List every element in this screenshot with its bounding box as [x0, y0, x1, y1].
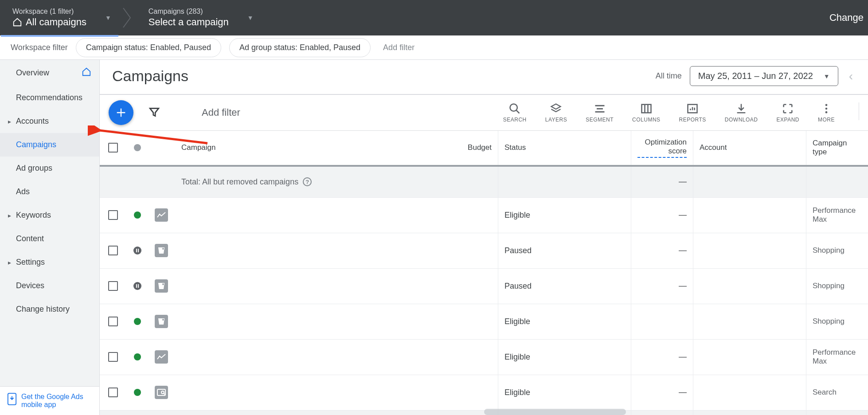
sidebar-item-overview[interactable]: Overview — [0, 60, 99, 86]
sidebar-item-recommendations[interactable]: Recommendations — [0, 86, 99, 110]
add-filter-link[interactable]: Add filter — [379, 43, 414, 52]
sidebar-label: Content — [16, 234, 44, 243]
breadcrumb-separator-icon — [117, 8, 136, 27]
row-checkbox[interactable] — [108, 281, 118, 291]
filter-button[interactable] — [145, 103, 164, 123]
budget-cell — [365, 386, 498, 399]
table-row[interactable]: EligibleShopping — [100, 304, 868, 340]
campaign-name-cell[interactable] — [175, 386, 365, 399]
table-row[interactable]: Eligible—Performance Max — [100, 340, 868, 375]
sidebar-label: Settings — [16, 258, 45, 267]
row-checkbox[interactable] — [108, 210, 118, 220]
status-dot-icon[interactable] — [133, 282, 141, 290]
col-header-campaign[interactable]: Campaign — [175, 131, 365, 165]
sidebar-item-devices[interactable]: Devices — [0, 274, 99, 298]
status-dot-icon[interactable] — [134, 318, 141, 325]
expand-icon — [782, 102, 794, 115]
toolbar-divider — [859, 102, 859, 120]
filter-bar-label: Workspace filter — [11, 43, 68, 52]
status-dot-icon[interactable] — [133, 247, 141, 254]
add-campaign-button[interactable] — [109, 100, 133, 125]
add-filter-button[interactable]: Add filter — [202, 107, 240, 118]
sidebar-label: Ad groups — [16, 164, 52, 173]
sidebar-item-adgroups[interactable]: Ad groups — [0, 157, 99, 180]
search-button[interactable]: SEARCH — [503, 102, 527, 123]
row-checkbox[interactable] — [108, 246, 118, 255]
filter-chip-adgroup-status[interactable]: Ad group status: Enabled, Paused — [229, 38, 371, 57]
chevron-right-icon: ▸ — [8, 259, 12, 266]
row-checkbox[interactable] — [108, 317, 118, 326]
horizontal-scrollbar[interactable] — [484, 409, 626, 415]
status-cell: Eligible — [498, 198, 631, 233]
sidebar-item-settings[interactable]: ▸Settings — [0, 251, 99, 274]
account-cell — [693, 233, 806, 268]
campaign-name-cell[interactable] — [175, 280, 365, 292]
workspace-label: Workspace (1 filter) — [12, 8, 86, 16]
status-dot-icon[interactable] — [134, 353, 141, 360]
table-row[interactable]: Paused—Shopping — [100, 269, 868, 304]
sidebar-label: Change history — [16, 305, 70, 314]
info-icon[interactable]: ? — [303, 177, 312, 186]
workspace-filter-bar: Workspace filter Campaign status: Enable… — [0, 35, 868, 60]
campaign-name-cell[interactable] — [175, 351, 365, 363]
campaign-dropdown-icon[interactable]: ▼ — [241, 14, 260, 21]
date-range-picker[interactable]: May 25, 2011 – Jun 27, 2022 ▼ — [690, 66, 838, 86]
col-header-optimization[interactable]: Optimization score — [631, 131, 693, 165]
change-link[interactable]: Change — [829, 0, 868, 35]
sidebar-item-accounts[interactable]: ▸Accounts — [0, 110, 99, 133]
sidebar-item-change-history[interactable]: Change history — [0, 298, 99, 321]
table-row[interactable]: Paused—Shopping — [100, 233, 868, 269]
sidebar-label: Ads — [16, 187, 30, 196]
more-button[interactable]: MORE — [818, 102, 835, 123]
svg-rect-2 — [595, 105, 604, 106]
sidebar-item-keywords[interactable]: ▸Keywords — [0, 204, 99, 227]
col-header-budget[interactable]: Budget — [365, 131, 498, 165]
home-icon — [82, 67, 91, 79]
sidebar-item-content[interactable]: Content — [0, 227, 99, 251]
status-dot-header-icon[interactable] — [134, 144, 141, 151]
campaign-breadcrumb[interactable]: Campaigns (283) Select a campaign — [136, 8, 241, 28]
workspace-breadcrumb[interactable]: Workspace (1 filter) All campaigns — [0, 8, 99, 28]
budget-cell — [365, 351, 498, 363]
status-dot-icon[interactable] — [134, 389, 141, 396]
campaign-name-cell[interactable] — [175, 244, 365, 257]
total-row-label: Total: All but removed campaigns — [181, 177, 298, 187]
reports-button[interactable]: REPORTS — [679, 102, 706, 123]
campaign-name-cell[interactable] — [175, 315, 365, 328]
plus-icon — [115, 106, 127, 119]
segment-icon — [594, 102, 606, 115]
table-row[interactable]: Eligible—Performance Max — [100, 198, 868, 233]
status-dot-icon[interactable] — [134, 211, 141, 219]
sidebar-label: Recommendations — [16, 93, 82, 102]
row-checkbox[interactable] — [108, 352, 118, 362]
budget-cell — [365, 209, 498, 221]
layers-button[interactable]: LAYERS — [545, 102, 567, 123]
sidebar-item-ads[interactable]: Ads — [0, 180, 99, 204]
sidebar-item-campaigns[interactable]: Campaigns — [0, 133, 99, 157]
date-prev-icon[interactable]: ‹ — [846, 69, 856, 83]
status-cell: Paused — [498, 269, 631, 304]
row-checkbox[interactable] — [108, 388, 118, 397]
optimization-cell: — — [631, 269, 693, 304]
col-header-campaign-type[interactable]: Campaign type — [806, 131, 868, 165]
sidebar-label: Campaigns — [16, 140, 56, 149]
campaign-type-icon — [155, 350, 168, 364]
filter-chip-campaign-status[interactable]: Campaign status: Enabled, Paused — [76, 38, 221, 57]
sidebar-footer-mobile-app[interactable]: Get the Google Ads mobile app — [0, 386, 99, 415]
campaigns-count-label: Campaigns (283) — [149, 8, 229, 16]
col-header-status[interactable]: Status — [498, 131, 631, 165]
budget-cell — [365, 315, 498, 328]
workspace-dropdown-icon[interactable]: ▼ — [99, 14, 117, 21]
campaign-name-cell[interactable] — [175, 209, 365, 221]
date-preset-label: All time — [656, 71, 682, 81]
col-header-account[interactable]: Account — [693, 131, 806, 165]
table-row[interactable]: Eligible—Search — [100, 375, 868, 411]
columns-button[interactable]: COLUMNS — [632, 102, 661, 123]
expand-button[interactable]: EXPAND — [777, 102, 799, 123]
download-button[interactable]: DOWNLOAD — [725, 102, 758, 123]
segment-button[interactable]: SEGMENT — [586, 102, 614, 123]
campaign-type-cell: Shopping — [806, 269, 868, 304]
select-all-checkbox[interactable] — [108, 143, 118, 153]
svg-point-10 — [162, 248, 164, 250]
page-header: Campaigns All time May 25, 2011 – Jun 27… — [100, 60, 868, 95]
